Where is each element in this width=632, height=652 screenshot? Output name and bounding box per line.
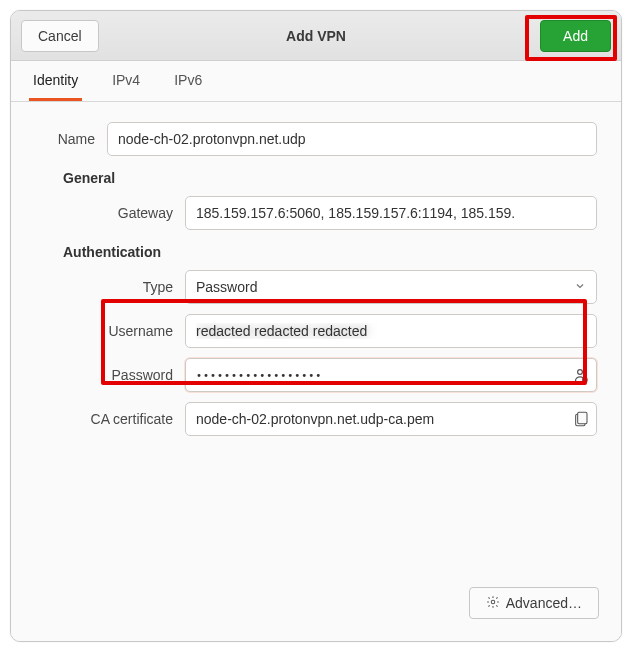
- gear-icon: [486, 595, 500, 612]
- name-input[interactable]: [107, 122, 597, 156]
- add-button[interactable]: Add: [540, 20, 611, 52]
- type-select[interactable]: Password: [185, 270, 597, 304]
- auth-section-label: Authentication: [63, 244, 597, 260]
- type-value: Password: [196, 279, 257, 295]
- ca-label: CA certificate: [83, 411, 185, 427]
- password-store-icon[interactable]: [571, 366, 589, 384]
- tab-identity[interactable]: Identity: [29, 61, 82, 101]
- advanced-button[interactable]: Advanced…: [469, 587, 599, 619]
- gateway-label: Gateway: [83, 205, 185, 221]
- svg-point-0: [578, 370, 583, 375]
- gateway-input[interactable]: [185, 196, 597, 230]
- ca-certificate-field[interactable]: node-ch-02.protonvpn.net.udp-ca.pem: [185, 402, 597, 436]
- chevron-down-icon: [574, 279, 586, 295]
- ca-value: node-ch-02.protonvpn.net.udp-ca.pem: [196, 411, 434, 427]
- type-label: Type: [83, 279, 185, 295]
- dialog-title: Add VPN: [11, 28, 621, 44]
- titlebar: Cancel Add VPN Add: [11, 11, 621, 61]
- tab-ipv4[interactable]: IPv4: [108, 61, 144, 101]
- svg-point-5: [491, 600, 495, 604]
- svg-rect-4: [578, 412, 587, 423]
- form-body: Name General Gateway Authentication Type…: [11, 102, 621, 573]
- svg-point-2: [584, 379, 586, 381]
- password-input[interactable]: [185, 358, 597, 392]
- tab-ipv6[interactable]: IPv6: [170, 61, 206, 101]
- tabs: Identity IPv4 IPv6: [11, 61, 621, 102]
- add-vpn-dialog: Cancel Add VPN Add Identity IPv4 IPv6 Na…: [10, 10, 622, 642]
- cancel-button[interactable]: Cancel: [21, 20, 99, 52]
- username-input[interactable]: [185, 314, 597, 348]
- general-section-label: General: [63, 170, 597, 186]
- password-label: Password: [83, 367, 185, 383]
- name-label: Name: [35, 131, 107, 147]
- footer: Advanced…: [11, 573, 621, 641]
- file-browse-icon[interactable]: [573, 411, 589, 427]
- advanced-label: Advanced…: [506, 595, 582, 611]
- username-label: Username: [83, 323, 185, 339]
